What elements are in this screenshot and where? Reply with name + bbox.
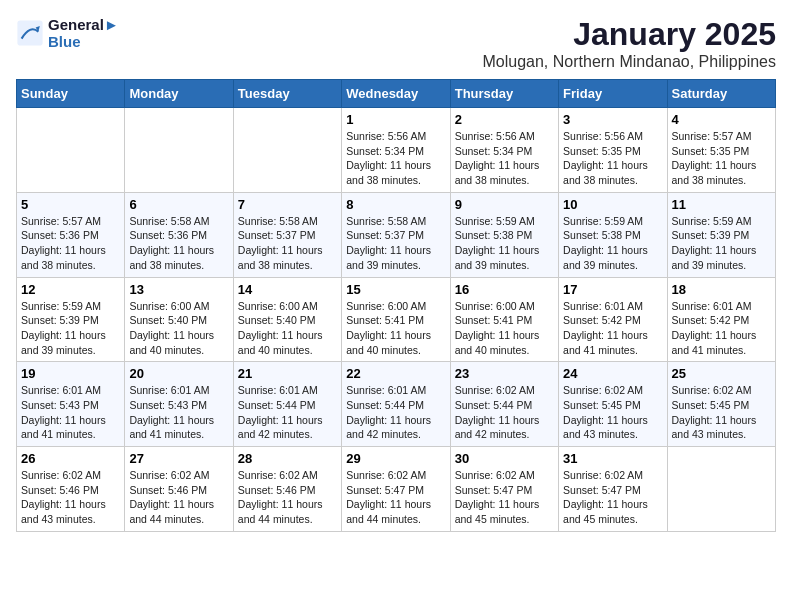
calendar-cell: 31Sunrise: 6:02 AMSunset: 5:47 PMDayligh…: [559, 447, 667, 532]
calendar-cell: 12Sunrise: 5:59 AMSunset: 5:39 PMDayligh…: [17, 277, 125, 362]
sunset-info: Sunset: 5:36 PM: [21, 228, 120, 243]
day-number: 5: [21, 197, 120, 212]
calendar-cell: [667, 447, 775, 532]
daylight-info: Daylight: 11 hours and 38 minutes.: [238, 243, 337, 272]
sunrise-info: Sunrise: 6:02 AM: [346, 468, 445, 483]
daylight-info: Daylight: 11 hours and 41 minutes.: [129, 413, 228, 442]
day-number: 3: [563, 112, 662, 127]
weekday-header-friday: Friday: [559, 80, 667, 108]
weekday-header-row: SundayMondayTuesdayWednesdayThursdayFrid…: [17, 80, 776, 108]
weekday-header-saturday: Saturday: [667, 80, 775, 108]
day-number: 11: [672, 197, 771, 212]
sunrise-info: Sunrise: 5:59 AM: [21, 299, 120, 314]
daylight-info: Daylight: 11 hours and 45 minutes.: [563, 497, 662, 526]
calendar-cell: 7Sunrise: 5:58 AMSunset: 5:37 PMDaylight…: [233, 192, 341, 277]
day-number: 4: [672, 112, 771, 127]
day-number: 20: [129, 366, 228, 381]
day-number: 17: [563, 282, 662, 297]
daylight-info: Daylight: 11 hours and 43 minutes.: [672, 413, 771, 442]
day-number: 8: [346, 197, 445, 212]
calendar-cell: 5Sunrise: 5:57 AMSunset: 5:36 PMDaylight…: [17, 192, 125, 277]
weekday-header-tuesday: Tuesday: [233, 80, 341, 108]
sunset-info: Sunset: 5:44 PM: [346, 398, 445, 413]
sunset-info: Sunset: 5:35 PM: [563, 144, 662, 159]
calendar-cell: 19Sunrise: 6:01 AMSunset: 5:43 PMDayligh…: [17, 362, 125, 447]
sunset-info: Sunset: 5:46 PM: [129, 483, 228, 498]
daylight-info: Daylight: 11 hours and 39 minutes.: [21, 328, 120, 357]
daylight-info: Daylight: 11 hours and 41 minutes.: [21, 413, 120, 442]
sunrise-info: Sunrise: 6:01 AM: [563, 299, 662, 314]
daylight-info: Daylight: 11 hours and 40 minutes.: [346, 328, 445, 357]
day-number: 7: [238, 197, 337, 212]
weekday-header-monday: Monday: [125, 80, 233, 108]
day-info: Sunrise: 5:56 AMSunset: 5:34 PMDaylight:…: [346, 129, 445, 188]
weekday-header-sunday: Sunday: [17, 80, 125, 108]
calendar-cell: 2Sunrise: 5:56 AMSunset: 5:34 PMDaylight…: [450, 108, 558, 193]
daylight-info: Daylight: 11 hours and 42 minutes.: [238, 413, 337, 442]
sunrise-info: Sunrise: 6:01 AM: [238, 383, 337, 398]
sunset-info: Sunset: 5:39 PM: [672, 228, 771, 243]
calendar-cell: 27Sunrise: 6:02 AMSunset: 5:46 PMDayligh…: [125, 447, 233, 532]
week-row-1: 1Sunrise: 5:56 AMSunset: 5:34 PMDaylight…: [17, 108, 776, 193]
day-number: 22: [346, 366, 445, 381]
title-section: January 2025 Molugan, Northern Mindanao,…: [482, 16, 776, 71]
week-row-3: 12Sunrise: 5:59 AMSunset: 5:39 PMDayligh…: [17, 277, 776, 362]
calendar-cell: 29Sunrise: 6:02 AMSunset: 5:47 PMDayligh…: [342, 447, 450, 532]
sunrise-info: Sunrise: 6:00 AM: [238, 299, 337, 314]
daylight-info: Daylight: 11 hours and 40 minutes.: [238, 328, 337, 357]
daylight-info: Daylight: 11 hours and 39 minutes.: [346, 243, 445, 272]
day-info: Sunrise: 5:59 AMSunset: 5:38 PMDaylight:…: [455, 214, 554, 273]
day-number: 1: [346, 112, 445, 127]
day-info: Sunrise: 6:01 AMSunset: 5:42 PMDaylight:…: [563, 299, 662, 358]
day-number: 24: [563, 366, 662, 381]
sunset-info: Sunset: 5:40 PM: [238, 313, 337, 328]
day-info: Sunrise: 5:57 AMSunset: 5:35 PMDaylight:…: [672, 129, 771, 188]
day-number: 14: [238, 282, 337, 297]
daylight-info: Daylight: 11 hours and 43 minutes.: [563, 413, 662, 442]
day-number: 13: [129, 282, 228, 297]
sunset-info: Sunset: 5:34 PM: [455, 144, 554, 159]
sunrise-info: Sunrise: 6:00 AM: [129, 299, 228, 314]
day-number: 28: [238, 451, 337, 466]
daylight-info: Daylight: 11 hours and 38 minutes.: [346, 158, 445, 187]
calendar-cell: 13Sunrise: 6:00 AMSunset: 5:40 PMDayligh…: [125, 277, 233, 362]
daylight-info: Daylight: 11 hours and 38 minutes.: [21, 243, 120, 272]
daylight-info: Daylight: 11 hours and 44 minutes.: [129, 497, 228, 526]
calendar-cell: [17, 108, 125, 193]
day-number: 26: [21, 451, 120, 466]
calendar-cell: 17Sunrise: 6:01 AMSunset: 5:42 PMDayligh…: [559, 277, 667, 362]
sunset-info: Sunset: 5:47 PM: [563, 483, 662, 498]
weekday-header-wednesday: Wednesday: [342, 80, 450, 108]
day-number: 30: [455, 451, 554, 466]
day-info: Sunrise: 6:01 AMSunset: 5:43 PMDaylight:…: [21, 383, 120, 442]
calendar-cell: 25Sunrise: 6:02 AMSunset: 5:45 PMDayligh…: [667, 362, 775, 447]
sunrise-info: Sunrise: 6:01 AM: [346, 383, 445, 398]
sunset-info: Sunset: 5:34 PM: [346, 144, 445, 159]
calendar-cell: 16Sunrise: 6:00 AMSunset: 5:41 PMDayligh…: [450, 277, 558, 362]
day-info: Sunrise: 6:00 AMSunset: 5:41 PMDaylight:…: [346, 299, 445, 358]
sunset-info: Sunset: 5:46 PM: [21, 483, 120, 498]
sunrise-info: Sunrise: 5:58 AM: [129, 214, 228, 229]
day-number: 12: [21, 282, 120, 297]
sunset-info: Sunset: 5:47 PM: [455, 483, 554, 498]
calendar-cell: 22Sunrise: 6:01 AMSunset: 5:44 PMDayligh…: [342, 362, 450, 447]
day-info: Sunrise: 6:00 AMSunset: 5:41 PMDaylight:…: [455, 299, 554, 358]
sunrise-info: Sunrise: 5:59 AM: [455, 214, 554, 229]
day-number: 6: [129, 197, 228, 212]
calendar-cell: 11Sunrise: 5:59 AMSunset: 5:39 PMDayligh…: [667, 192, 775, 277]
sunset-info: Sunset: 5:35 PM: [672, 144, 771, 159]
sunrise-info: Sunrise: 6:02 AM: [21, 468, 120, 483]
calendar-cell: 21Sunrise: 6:01 AMSunset: 5:44 PMDayligh…: [233, 362, 341, 447]
sunrise-info: Sunrise: 6:02 AM: [672, 383, 771, 398]
day-info: Sunrise: 6:02 AMSunset: 5:47 PMDaylight:…: [346, 468, 445, 527]
sunrise-info: Sunrise: 6:02 AM: [455, 468, 554, 483]
calendar-table: SundayMondayTuesdayWednesdayThursdayFrid…: [16, 79, 776, 532]
day-number: 25: [672, 366, 771, 381]
day-info: Sunrise: 5:57 AMSunset: 5:36 PMDaylight:…: [21, 214, 120, 273]
sunset-info: Sunset: 5:40 PM: [129, 313, 228, 328]
day-info: Sunrise: 6:02 AMSunset: 5:47 PMDaylight:…: [563, 468, 662, 527]
daylight-info: Daylight: 11 hours and 42 minutes.: [455, 413, 554, 442]
sunset-info: Sunset: 5:38 PM: [563, 228, 662, 243]
day-number: 23: [455, 366, 554, 381]
calendar-cell: 3Sunrise: 5:56 AMSunset: 5:35 PMDaylight…: [559, 108, 667, 193]
